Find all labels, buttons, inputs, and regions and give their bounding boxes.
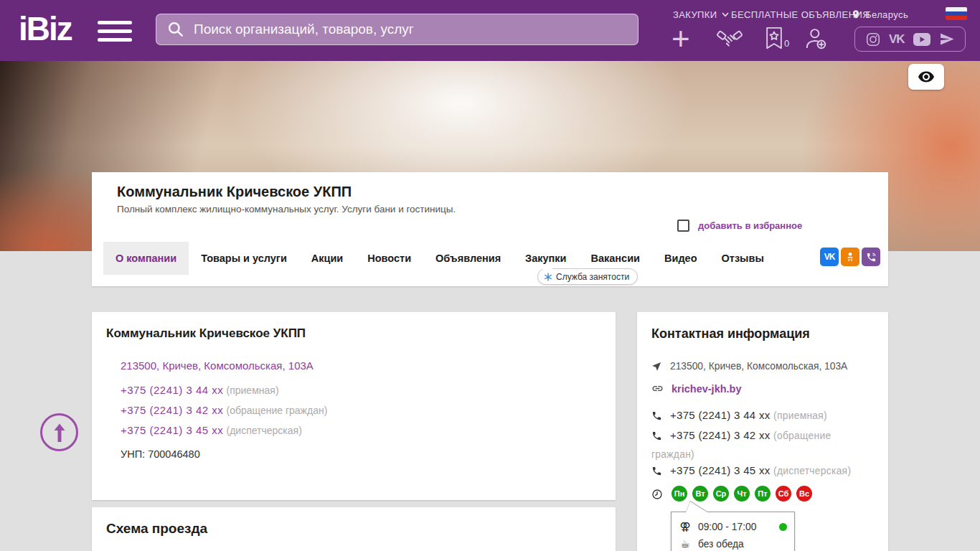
day-thu[interactable]: Чт [734, 486, 750, 501]
about-company-card: Коммунальник Кричевское УКПП 213500, Кри… [92, 312, 616, 500]
contact-phone-row: +375 (2241) 3 42 xx (обращение граждан) [651, 427, 875, 463]
working-hours-popup: ⚢ 09:00 - 17:00 ☕ без обеда [671, 512, 795, 551]
day-fri[interactable]: Пт [755, 486, 771, 501]
phone-icon [651, 464, 662, 481]
contact-website-row: krichev-jkh.by [651, 381, 875, 400]
scroll-to-top-button[interactable] [40, 413, 78, 451]
phone-icon [651, 409, 662, 425]
user-account-icon[interactable] [804, 27, 828, 54]
employment-service-badge[interactable]: Служба занятости [537, 268, 638, 285]
search-input[interactable] [194, 22, 628, 37]
phone-link[interactable]: +375 (2241) 3 45 xx [670, 464, 771, 476]
company-social-links: VK [820, 248, 880, 266]
region-selector[interactable]: Беларусь [851, 9, 908, 20]
bookmarks-icon[interactable] [765, 27, 783, 52]
clock-icon [651, 489, 663, 505]
employment-service-icon [544, 273, 552, 281]
bookmarks-count: 0 [784, 38, 789, 49]
route-map-title: Схема проезда [106, 521, 207, 537]
favorite-label: добавить в избранное [698, 220, 802, 231]
unp-number: УНП: 700046480 [121, 448, 200, 460]
eye-icon [914, 68, 938, 85]
odnoklassniki-badge[interactable] [841, 248, 859, 266]
company-description: Полный комплекс жилищно-коммунальных усл… [117, 204, 456, 215]
day-sat[interactable]: Сб [776, 486, 791, 501]
views-eye-button[interactable] [908, 64, 944, 90]
day-wed[interactable]: Ср [713, 486, 729, 501]
telegram-icon[interactable] [939, 32, 955, 47]
hamburger-menu-icon[interactable] [98, 21, 132, 42]
tab-reviews[interactable]: Отзывы [710, 242, 776, 275]
work-tools-icon: ⚢ [679, 520, 692, 533]
nav-procurement[interactable]: ЗАКУПКИ [673, 9, 729, 20]
day-sun[interactable]: Вс [796, 486, 812, 501]
tab-products[interactable]: Товары и услуги [189, 242, 299, 275]
ibiz-logo[interactable]: iBiz [19, 9, 72, 49]
tab-video[interactable]: Видео [652, 242, 710, 275]
header-social-links: VK [854, 27, 966, 52]
phone-icon [651, 429, 662, 446]
search-icon [166, 20, 185, 39]
tab-promotions[interactable]: Акции [299, 242, 355, 275]
coffee-cup-icon: ☕ [679, 537, 692, 550]
chevron-down-icon [722, 12, 729, 17]
phone-link[interactable]: +375 (2241) 3 44 xx [670, 409, 771, 421]
favorite-checkbox[interactable] [677, 220, 689, 232]
company-profile-card: Коммунальник Кричевское УКПП Полный комп… [92, 172, 888, 286]
add-to-favorites[interactable]: добавить в избранное [677, 220, 802, 232]
phone-row: +375 (2241) 3 44 xx (приемная) [121, 384, 279, 396]
add-company-icon[interactable]: + [672, 26, 690, 52]
phone-link[interactable]: +375 (2241) 3 44 xx [121, 384, 223, 396]
language-flag-ru[interactable] [946, 7, 967, 20]
contact-info-card: Контактная информация 213500, Кричев, Ко… [637, 312, 888, 551]
website-link[interactable]: krichev-jkh.by [672, 383, 742, 395]
nav-free-ads[interactable]: БЕСПЛАТНЫЕ ОБЪЯВЛЕНИЯ [731, 9, 870, 20]
contact-info-title: Контактная информация [651, 326, 810, 342]
handshake-icon[interactable] [716, 27, 743, 53]
company-tabs: О компании Товары и услуги Акции Новости… [103, 242, 776, 275]
arrow-up-icon [50, 422, 69, 443]
instagram-icon[interactable] [865, 32, 881, 47]
contact-address-row: 213500, Кричев, Комсомольская, 103А [651, 358, 875, 377]
day-mon[interactable]: Пн [672, 486, 687, 501]
open-now-indicator [779, 523, 787, 531]
page-title: Коммунальник Кричевское УКПП [117, 184, 352, 200]
search-bar[interactable] [156, 14, 639, 45]
viber-badge[interactable] [862, 248, 880, 266]
hours-row: ⚢ 09:00 - 17:00 [679, 518, 787, 535]
tab-about[interactable]: О компании [103, 242, 189, 275]
phone-link[interactable]: +375 (2241) 3 42 xx [121, 404, 223, 416]
tab-news[interactable]: Новости [355, 242, 423, 275]
navigation-arrow-icon [651, 360, 662, 377]
tab-ads[interactable]: Объявления [423, 242, 513, 275]
vk-icon[interactable]: VK [889, 32, 905, 47]
phone-link[interactable]: +375 (2241) 3 42 xx [670, 429, 771, 441]
phone-link[interactable]: +375 (2241) 3 45 xx [121, 424, 223, 436]
company-address-link[interactable]: 213500, Кричев, Комсомольская, 103А [121, 359, 314, 372]
phone-row: +375 (2241) 3 42 xx (обращение граждан) [121, 404, 327, 416]
weekday-badges: Пн Вт Ср Чт Пт Сб Вс [672, 486, 812, 501]
youtube-icon[interactable] [913, 32, 931, 47]
contact-phone-row: +375 (2241) 3 44 xx (приемная) [651, 407, 875, 425]
lunch-row: ☕ без обеда [679, 535, 787, 551]
day-tue[interactable]: Вт [692, 486, 708, 501]
location-pin-icon [851, 9, 861, 20]
vk-badge[interactable]: VK [820, 248, 839, 266]
route-map-card: Схема проезда [92, 507, 616, 551]
phone-row: +375 (2241) 3 45 xx (диспетчерская) [121, 424, 302, 436]
top-header: iBiz ЗАКУПКИ БЕСПЛАТНЫЕ ОБЪЯВЛЕНИЯ Белар… [0, 0, 980, 61]
contact-phone-row: +375 (2241) 3 45 xx (диспетчерская) [651, 462, 875, 481]
about-card-title: Коммунальник Кричевское УКПП [106, 326, 306, 341]
link-icon [651, 382, 664, 400]
